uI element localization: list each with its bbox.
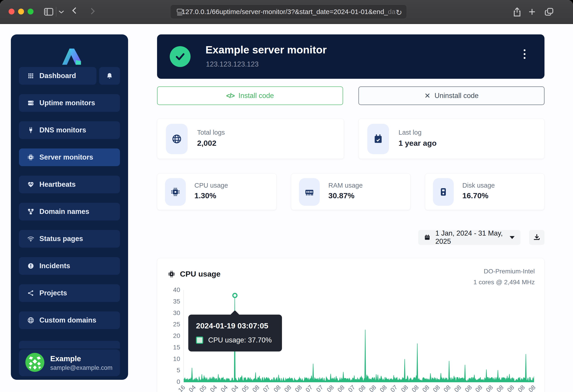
app-logo	[56, 44, 83, 66]
stat-label: Last log	[398, 129, 422, 136]
chart-tooltip: 2024-01-19 03:07:05 CPU usage: 37.70%	[188, 315, 282, 352]
sidebar-item-dns-monitors[interactable]: DNS monitors	[19, 121, 120, 139]
disk-usage-card: Disk usage 16.70%	[425, 173, 544, 210]
sidebar-item-dashboard[interactable]: Dashboard	[19, 67, 96, 85]
url-text: 127.0.0.1/66uptime/server-monitor/3?&sta…	[182, 8, 395, 16]
new-tab-button[interactable]: +	[529, 5, 536, 18]
stat-value: 16.70%	[462, 191, 488, 200]
sidebar-item-label: Uptime monitors	[39, 99, 95, 107]
browser-toolbar: 127.0.0.1/66uptime/server-monitor/3?&sta…	[0, 0, 573, 24]
zoom-window-button[interactable]	[28, 9, 34, 15]
sidebar-item-label: Projects	[39, 289, 67, 297]
sidebar-toggle-icon[interactable]	[44, 8, 54, 17]
code-icon: </>	[226, 92, 234, 100]
notifications-button[interactable]	[99, 67, 120, 85]
share-icon[interactable]	[513, 7, 521, 18]
user-account-card[interactable]: Example sample@example.com	[19, 349, 120, 376]
browser-window: 127.0.0.1/66uptime/server-monitor/3?&sta…	[0, 0, 573, 392]
wifi-icon	[27, 235, 35, 242]
sidebar-item-domain-names[interactable]: Domain names	[19, 203, 120, 220]
sidebar-item-label: Incidents	[39, 262, 70, 270]
sidebar-item-label: Dashboard	[39, 72, 76, 80]
hard-drive-icon	[433, 178, 454, 206]
stat-value: 2,002	[197, 139, 216, 148]
last-log-card: Last log 1 year ago	[358, 119, 544, 159]
calendar-check-icon	[367, 124, 389, 154]
cpu-chip-icon	[168, 270, 175, 278]
sidebar-item-server-monitors[interactable]: Server monitors	[19, 148, 120, 166]
grid-icon	[27, 72, 35, 79]
sidebar-item-projects[interactable]: Projects	[19, 284, 120, 302]
chart-title: CPU usage	[168, 269, 221, 278]
share-nodes-icon	[27, 289, 35, 297]
total-logs-card: Total logs 2,002	[157, 119, 344, 159]
plug-icon	[27, 126, 35, 134]
tooltip-timestamp: 2024-01-19 03:07:05	[196, 321, 274, 330]
toolbar-divider	[56, 7, 56, 17]
page-title: Example server monitor	[205, 43, 327, 56]
page-settings-icon[interactable]	[176, 9, 183, 16]
close-window-button[interactable]	[9, 9, 15, 15]
monitor-ip: 123.123.123.123	[206, 60, 259, 68]
sidebar-item-partial[interactable]	[19, 341, 120, 349]
stat-value: 30.87%	[328, 191, 354, 200]
avatar	[25, 353, 44, 373]
tooltip-value: CPU usage: 37.70%	[208, 336, 272, 344]
sidebar: Dashboard Uptime monitors DNS monitors S…	[11, 35, 128, 380]
stat-label: Disk usage	[462, 182, 495, 189]
bell-icon	[106, 72, 113, 79]
globe-icon	[27, 317, 35, 324]
user-email: sample@example.com	[50, 364, 112, 371]
address-bar[interactable]: 127.0.0.1/66uptime/server-monitor/3?&sta…	[170, 4, 407, 19]
cpu-chip-icon	[27, 154, 35, 161]
cpu-chip-icon	[165, 178, 186, 206]
more-options-button[interactable]	[524, 49, 525, 59]
uninstall-code-button[interactable]: ✕ Uninstall code	[358, 87, 544, 105]
heart-pulse-icon	[27, 181, 35, 188]
sidebar-item-uptime-monitors[interactable]: Uptime monitors	[19, 94, 120, 112]
sidebar-item-heartbeats[interactable]: Heartbeats	[19, 176, 120, 193]
stat-value: 1 year ago	[398, 139, 437, 148]
server-specs: 1 cores @ 2,494 MHz	[473, 279, 535, 286]
sidebar-item-label: Heartbeats	[39, 180, 76, 189]
stat-label: CPU usage	[194, 182, 228, 189]
sidebar-item-label: Custom domains	[39, 316, 96, 324]
globe-icon	[166, 124, 188, 154]
caret-down-icon	[510, 236, 515, 239]
download-report-button[interactable]	[529, 230, 544, 245]
status-ok-icon	[170, 46, 191, 67]
install-code-button[interactable]: </> Install code	[157, 87, 343, 105]
sidebar-item-custom-domains[interactable]: Custom domains	[19, 311, 120, 329]
sidebar-item-label: Domain names	[39, 208, 90, 216]
memory-icon	[299, 178, 320, 206]
stat-value: 1.30%	[194, 191, 216, 200]
chevron-down-icon[interactable]	[58, 10, 64, 15]
date-range-label: 1 Jan, 2024 - 31 May, 2025	[435, 229, 505, 246]
calendar-icon	[424, 233, 430, 241]
ram-usage-card: RAM usage 30.87%	[291, 173, 411, 210]
stat-label: Total logs	[197, 129, 225, 136]
alert-circle-icon	[27, 262, 35, 269]
close-icon: ✕	[424, 91, 430, 100]
forward-button[interactable]	[88, 7, 95, 14]
sidebar-item-label: DNS monitors	[39, 126, 86, 134]
sidebar-item-label: Status pages	[39, 235, 83, 243]
stat-label: RAM usage	[328, 182, 363, 189]
monitor-header-card: Example server monitor 123.123.123.123	[157, 35, 544, 79]
sidebar-item-incidents[interactable]: Incidents	[19, 257, 120, 275]
sidebar-item-label: Server monitors	[39, 153, 93, 161]
series-swatch	[196, 337, 203, 344]
server-name: DO-Premium-Intel	[483, 268, 535, 275]
tab-overview-icon[interactable]	[544, 7, 554, 17]
sitemap-icon	[27, 208, 35, 215]
sidebar-item-status-pages[interactable]: Status pages	[19, 230, 120, 248]
user-name: Example	[50, 355, 112, 363]
back-button[interactable]	[72, 7, 78, 14]
date-range-picker[interactable]: 1 Jan, 2024 - 31 May, 2025	[418, 230, 520, 245]
cpu-usage-card: CPU usage 1.30%	[157, 173, 277, 210]
minimize-window-button[interactable]	[18, 9, 24, 15]
download-icon	[533, 233, 541, 241]
reload-icon[interactable]: ↻	[396, 8, 402, 17]
servers-icon	[27, 99, 35, 107]
